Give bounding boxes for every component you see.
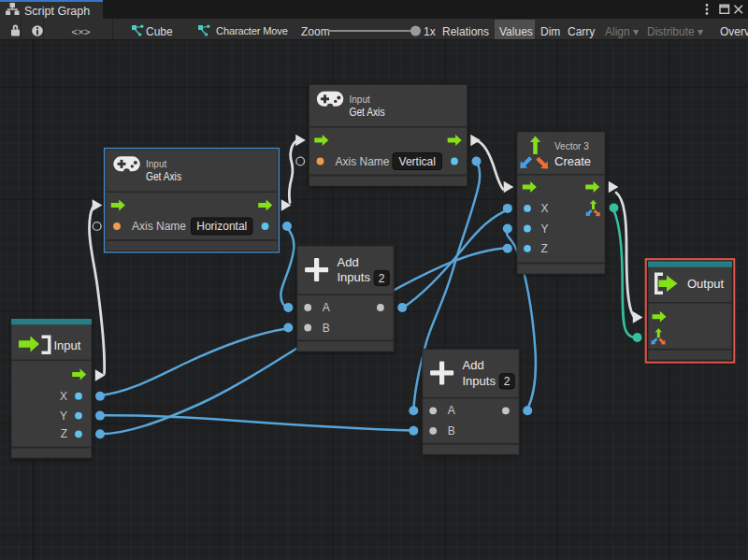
svg-text:Get Axis: Get Axis: [350, 105, 385, 119]
svg-text:Z: Z: [541, 242, 548, 255]
svg-text:Axis Name: Axis Name: [336, 155, 390, 168]
svg-text:Y: Y: [60, 409, 67, 423]
svg-text:Output: Output: [687, 277, 724, 291]
svg-text:Input: Input: [54, 338, 81, 352]
svg-text:Horizontal: Horizontal: [196, 220, 247, 233]
svg-text:B: B: [448, 424, 455, 438]
svg-text:A: A: [323, 301, 330, 314]
svg-text:Vertical: Vertical: [399, 155, 436, 168]
svg-text:A: A: [448, 404, 455, 417]
svg-text:X: X: [541, 202, 549, 215]
svg-text:Inputs: Inputs: [463, 374, 496, 388]
svg-text:Add: Add: [338, 255, 359, 269]
svg-text:X: X: [60, 390, 67, 403]
svg-text:B: B: [323, 322, 330, 335]
svg-text:Get Axis: Get Axis: [146, 169, 181, 183]
svg-text:Create: Create: [554, 154, 591, 168]
svg-text:Input: Input: [350, 94, 370, 105]
svg-text:Z: Z: [61, 427, 67, 440]
svg-text:Input: Input: [146, 159, 166, 169]
svg-text:Add: Add: [463, 358, 484, 372]
svg-text:Vector 3: Vector 3: [554, 141, 589, 151]
svg-text:Axis Name: Axis Name: [132, 220, 186, 233]
svg-text:2: 2: [504, 375, 511, 388]
svg-text:Y: Y: [541, 223, 549, 236]
svg-text:2: 2: [379, 272, 385, 285]
svg-text:<×>: <×>: [71, 26, 90, 37]
svg-text:Inputs: Inputs: [338, 270, 371, 284]
